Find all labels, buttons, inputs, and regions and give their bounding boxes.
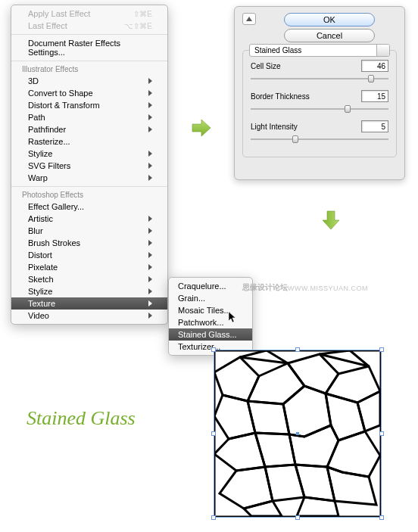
parameters-group: Stained Glass Cell SizeBorder ThicknessL…	[242, 50, 397, 157]
resize-handle[interactable]	[379, 431, 384, 436]
chevron-right-icon	[148, 288, 152, 294]
menu-item-path[interactable]: Path	[11, 111, 167, 123]
param-slider[interactable]	[251, 73, 388, 84]
menu-label: Warp	[28, 173, 48, 182]
param-input-border-thickness[interactable]	[361, 90, 388, 102]
arrow-icon	[191, 118, 212, 138]
arrow-icon	[321, 210, 341, 231]
menu-label: Blur	[28, 226, 43, 235]
resize-handle[interactable]	[295, 347, 300, 352]
slider-thumb[interactable]	[368, 75, 374, 82]
chevron-right-icon	[148, 300, 152, 306]
menu-label: Sketch	[28, 275, 54, 284]
chevron-right-icon	[148, 90, 152, 96]
watermark-text: 思缘设计论坛	[242, 282, 288, 293]
menu-label: Artistic	[28, 214, 53, 223]
chevron-right-icon	[148, 126, 152, 132]
param-slider[interactable]	[251, 134, 388, 145]
submenu-item-stained-glass-[interactable]: Stained Glass...	[169, 328, 252, 341]
cancel-button[interactable]: Cancel	[284, 29, 375, 42]
menu-item-distort-transform[interactable]: Distort & Transform	[11, 99, 167, 111]
disclosure-toggle[interactable]	[242, 13, 256, 25]
resize-handle[interactable]	[379, 515, 384, 520]
menu-item-brush-strokes[interactable]: Brush Strokes	[11, 237, 167, 249]
menu-item-video[interactable]: Video	[11, 310, 167, 322]
resize-handle[interactable]	[211, 515, 216, 520]
menu-item-convert-to-shape[interactable]: Convert to Shape	[11, 87, 167, 99]
slider-thumb[interactable]	[292, 135, 298, 143]
menu-label: Document Raster Effects Settings...	[28, 39, 152, 57]
submenu-item-patchwork-[interactable]: Patchwork...	[169, 316, 252, 328]
menu-item--d[interactable]: 3D	[11, 75, 167, 87]
menu-label: Craquelure...	[178, 282, 226, 291]
caption-text: Stained Glass	[27, 407, 136, 430]
menu-shortcut: ⌥⇧⌘E	[124, 22, 152, 30]
param-label: Border Thickness	[251, 92, 310, 101]
menu-shortcut: ⇧⌘E	[133, 10, 152, 18]
menu-item-stylize[interactable]: Stylize	[11, 285, 167, 297]
menu-section-photoshop: Photoshop Effects	[11, 189, 167, 201]
menu-label: Patchwork...	[178, 318, 224, 327]
menu-item-blur[interactable]: Blur	[11, 225, 167, 237]
menu-label: Texture	[28, 299, 55, 308]
param-label: Light Intensity	[251, 123, 298, 131]
menu-item-distort[interactable]: Distort	[11, 249, 167, 261]
menu-item-warp[interactable]: Warp	[11, 172, 167, 184]
param-input-cell-size[interactable]	[361, 60, 388, 72]
menu-label: Mosaic Tiles...	[178, 306, 231, 315]
menu-label: SVG Filters	[28, 161, 70, 170]
param-row: Cell Size	[251, 60, 388, 72]
chevron-right-icon	[148, 78, 152, 84]
slider-track	[251, 108, 388, 110]
chevron-right-icon	[148, 240, 152, 246]
chevron-right-icon	[148, 276, 152, 282]
menu-item-sketch[interactable]: Sketch	[11, 273, 167, 285]
menu-item-stylize[interactable]: Stylize	[11, 148, 167, 160]
slider-thumb[interactable]	[345, 105, 351, 113]
resize-handle[interactable]	[211, 347, 216, 352]
menu-label: Distort	[28, 250, 52, 260]
resize-handle[interactable]	[211, 431, 216, 436]
chevron-right-icon	[148, 151, 152, 157]
menu-item-pixelate[interactable]: Pixelate	[11, 261, 167, 273]
menu-label: Pathfinder	[28, 125, 66, 134]
submenu-item-mosaic-tiles-[interactable]: Mosaic Tiles...	[169, 304, 252, 316]
button-label: Cancel	[317, 31, 342, 40]
menu-doc-raster[interactable]: Document Raster Effects Settings...	[11, 37, 167, 58]
chevron-right-icon	[148, 175, 152, 181]
menu-label: Path	[28, 113, 45, 122]
menu-effect-gallery[interactable]: Effect Gallery...	[11, 201, 167, 213]
chevron-right-icon	[148, 114, 152, 120]
filter-select[interactable]: Stained Glass	[249, 44, 390, 57]
menu-label: Brush Strokes	[28, 238, 80, 247]
menu-label: Illustrator Effects	[22, 65, 78, 73]
texture-submenu: Craquelure...Grain...Mosaic Tiles...Patc…	[168, 277, 253, 356]
menu-item-artistic[interactable]: Artistic	[11, 213, 167, 225]
chevron-right-icon	[148, 252, 152, 258]
menu-label: Photoshop Effects	[22, 191, 83, 199]
menu-item-pathfinder[interactable]: Pathfinder	[11, 123, 167, 135]
menu-label: Stylize	[28, 287, 52, 296]
resize-handle[interactable]	[295, 515, 300, 520]
button-label: OK	[323, 15, 335, 24]
center-point[interactable]	[296, 432, 299, 435]
cursor-icon	[229, 312, 238, 324]
menu-label: Last Effect	[28, 21, 67, 30]
menu-last-effect: Last Effect ⌥⇧⌘E	[11, 20, 167, 32]
menu-item-svg-filters[interactable]: SVG Filters	[11, 160, 167, 172]
chevron-right-icon	[148, 216, 152, 222]
chevron-right-icon	[148, 264, 152, 270]
menu-item-texture[interactable]: Texture	[11, 297, 167, 310]
menu-item-rasterize-[interactable]: Rasterize...	[11, 135, 167, 148]
ok-button[interactable]: OK	[284, 13, 375, 26]
submenu-item-craquelure-[interactable]: Craquelure...	[169, 280, 252, 292]
param-input-light-intensity[interactable]	[361, 120, 388, 132]
submenu-item-grain-[interactable]: Grain...	[169, 292, 252, 304]
effects-menu: Apply Last Effect ⇧⌘E Last Effect ⌥⇧⌘E D…	[11, 5, 168, 325]
resize-handle[interactable]	[379, 347, 384, 352]
param-slider[interactable]	[251, 104, 388, 114]
chevron-right-icon	[148, 313, 152, 319]
preview-artwork[interactable]	[214, 350, 382, 518]
menu-label: Distort & Transform	[28, 101, 100, 110]
stained-glass-dialog: OK Cancel Stained Glass Cell SizeBorder …	[234, 6, 405, 180]
